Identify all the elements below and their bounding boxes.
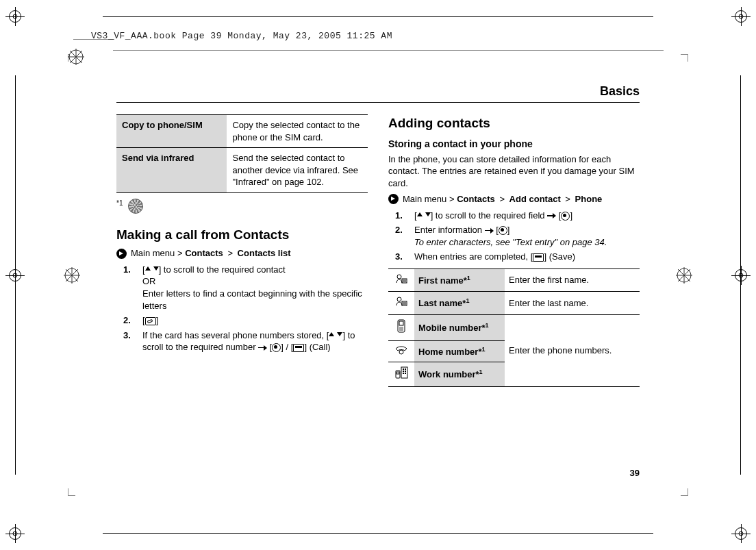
svg-point-33 bbox=[402, 329, 403, 330]
step-text: Enter letters to find a contact beginnin… bbox=[142, 288, 362, 311]
color-wheel-icon bbox=[675, 266, 694, 285]
crop-mark-icon bbox=[731, 266, 751, 285]
crop-line bbox=[103, 533, 653, 534]
page-number: 39 bbox=[630, 468, 640, 478]
step-text: (Save) bbox=[549, 251, 575, 262]
footnote-row: *1 bbox=[116, 199, 368, 214]
field-desc: Enter the phone numbers. bbox=[505, 315, 640, 387]
home-phone-icon bbox=[394, 345, 408, 355]
action-label: Copy to phone/SIM bbox=[116, 115, 227, 148]
crop-mark-icon bbox=[5, 7, 25, 26]
field-label: Mobile number*1 bbox=[414, 315, 505, 341]
color-wheel-icon bbox=[62, 266, 81, 285]
svg-point-15 bbox=[397, 275, 401, 279]
right-arrow-icon bbox=[547, 212, 556, 219]
right-arrow-icon bbox=[485, 227, 494, 234]
table-row: Copy to phone/SIM Copy the selected cont… bbox=[116, 115, 368, 148]
list-item: 2. [] bbox=[123, 314, 368, 327]
globe-icon bbox=[128, 199, 143, 214]
field-desc: Enter the last name. bbox=[505, 292, 640, 315]
step-text: When entries are completed, bbox=[414, 251, 528, 262]
menu-path: Main menu > Contacts > Contacts list bbox=[116, 247, 368, 260]
print-preview-stage: VS3_VF_AAA.book Page 39 Monday, May 23, … bbox=[0, 0, 756, 550]
framemaker-header: VS3_VF_AAA.book Page 39 Monday, May 23, … bbox=[91, 31, 392, 41]
crumb-item: Phone bbox=[575, 194, 603, 204]
step-text: OR bbox=[142, 276, 156, 286]
heading-adding: Adding contacts bbox=[388, 114, 640, 132]
field-label: First name*1 bbox=[414, 268, 505, 292]
svg-rect-20 bbox=[402, 301, 407, 305]
svg-point-32 bbox=[401, 329, 401, 330]
svg-rect-37 bbox=[405, 368, 406, 370]
mobile-phone-icon bbox=[396, 319, 406, 333]
list-item: 1. [] to scroll to the required field [] bbox=[395, 210, 640, 222]
centre-key-icon bbox=[499, 226, 507, 235]
heading-making-call: Making a call from Contacts bbox=[116, 226, 368, 244]
crop-line bbox=[740, 75, 741, 475]
action-desc: Send the selected contact to another dev… bbox=[227, 148, 368, 193]
crumb-sep: > bbox=[565, 194, 570, 204]
trim-corner-icon bbox=[681, 54, 688, 62]
svg-rect-36 bbox=[403, 368, 404, 370]
table-row: First name*1 Enter the first name. bbox=[388, 268, 640, 292]
arrow-icon bbox=[388, 194, 399, 204]
field-icon-cell bbox=[388, 292, 414, 315]
menu-path: Main menu > Contacts > Add contact > Pho… bbox=[388, 193, 640, 205]
svg-rect-35 bbox=[401, 367, 407, 378]
softkey-icon bbox=[293, 344, 304, 352]
field-icon-cell bbox=[388, 362, 414, 387]
crop-mark-icon bbox=[5, 524, 25, 543]
work-phone-icon bbox=[394, 366, 408, 379]
svg-rect-43 bbox=[396, 372, 399, 374]
trim-corner-icon bbox=[681, 488, 688, 496]
crumb-prefix: Main menu > bbox=[131, 248, 183, 258]
step-text: (Call) bbox=[310, 342, 331, 352]
field-label: Work number*1 bbox=[414, 362, 505, 387]
svg-rect-41 bbox=[405, 373, 406, 374]
field-label: Last name*1 bbox=[414, 292, 505, 315]
section-rule bbox=[116, 102, 640, 103]
action-desc: Copy the selected contact to the phone o… bbox=[227, 115, 368, 148]
centre-key-icon bbox=[272, 343, 281, 352]
crumb-item: Contacts list bbox=[238, 248, 291, 258]
table-row: Send via infrared Send the selected cont… bbox=[116, 148, 368, 193]
step-text: to scroll to the required contact bbox=[164, 264, 286, 275]
left-column: Copy to phone/SIM Copy the selected cont… bbox=[116, 114, 368, 387]
call-key-icon bbox=[145, 317, 156, 325]
table-row: Last name*1 Enter the last name. bbox=[388, 292, 640, 315]
svg-point-28 bbox=[399, 328, 400, 329]
header-rule bbox=[113, 50, 664, 51]
field-icon-cell bbox=[388, 315, 414, 341]
right-arrow-icon bbox=[258, 345, 267, 351]
up-down-key-icon bbox=[417, 212, 431, 220]
intro-text: In the phone, you can store detailed inf… bbox=[388, 153, 640, 190]
svg-rect-40 bbox=[403, 373, 404, 374]
up-down-key-icon bbox=[145, 266, 159, 274]
list-item: 3. When entries are completed, [] (Save) bbox=[395, 251, 640, 263]
arrow-icon bbox=[116, 249, 127, 259]
crop-line bbox=[15, 75, 16, 475]
crop-line bbox=[103, 16, 653, 17]
svg-point-29 bbox=[401, 328, 401, 329]
right-column: Adding contacts Storing a contact in you… bbox=[388, 114, 640, 387]
fields-table: First name*1 Enter the first name. Last … bbox=[388, 268, 640, 387]
person-card-icon bbox=[395, 273, 407, 284]
field-desc: Enter the first name. bbox=[505, 268, 640, 292]
svg-point-31 bbox=[399, 329, 400, 330]
svg-point-26 bbox=[401, 327, 401, 327]
actions-table: Copy to phone/SIM Copy the selected cont… bbox=[116, 114, 368, 193]
crumb-item: Add contact bbox=[509, 194, 561, 204]
table-row: Mobile number*1 Enter the phone numbers. bbox=[388, 315, 640, 341]
subheading-storing: Storing a contact in your phone bbox=[388, 138, 640, 151]
svg-rect-24 bbox=[399, 321, 403, 325]
trim-corner-icon bbox=[68, 488, 75, 496]
crumb-prefix: Main menu > bbox=[403, 194, 455, 204]
list-item: 3. If the card has several phone numbers… bbox=[123, 329, 368, 353]
svg-point-34 bbox=[399, 350, 403, 354]
list-item: 2. Enter information [] To enter charact… bbox=[395, 224, 640, 248]
color-wheel-icon bbox=[66, 47, 86, 66]
svg-rect-16 bbox=[402, 279, 407, 283]
crumb-item: Contacts bbox=[185, 248, 223, 258]
step-text: Enter information bbox=[414, 225, 482, 235]
person-card-icon bbox=[395, 296, 407, 307]
